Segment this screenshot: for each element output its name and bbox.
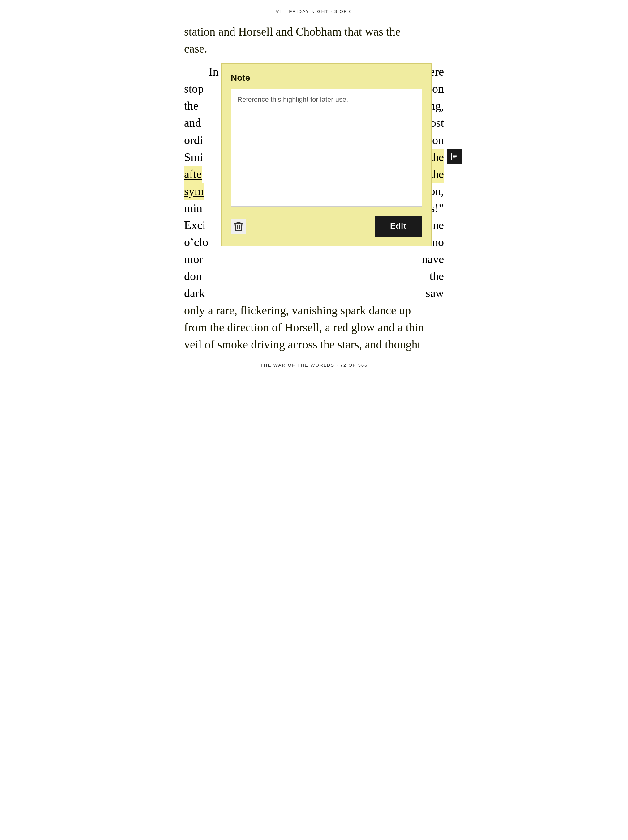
row-12-left: don <box>184 268 202 285</box>
row-13-right: saw <box>426 285 444 302</box>
note-modal: Note Reference this highlight for later … <box>221 63 432 246</box>
note-content-text: Reference this highlight for later use. <box>237 96 348 103</box>
bottom-line-3: veil of smoke driving across the stars, … <box>184 336 444 353</box>
note-list-icon <box>451 152 459 161</box>
row-2-left: the <box>184 97 198 114</box>
bottom-line-2: from the direction of Horsell, a red glo… <box>184 319 444 336</box>
page-footer: The War of the Worlds · 72 of 366 <box>166 356 462 377</box>
body-text-block: In vere stop g on the ing, and nost ordi… <box>166 63 462 302</box>
row-0-left: In <box>184 63 219 81</box>
text-row-11: mor nave <box>184 251 444 268</box>
note-content-box: Reference this highlight for later use. <box>231 89 422 207</box>
row-5-left: Smi <box>184 149 203 166</box>
row-6-left: afte <box>184 166 202 183</box>
header-text: VIII. Friday Night · 3 of 6 <box>276 9 352 14</box>
top-line-2: case. <box>184 40 444 57</box>
top-line-1: station and Horsell and Chobham that was… <box>184 23 444 40</box>
row-6-right: the <box>430 166 444 183</box>
row-11-right: nave <box>422 251 444 268</box>
row-10-left: o’clo <box>184 234 208 251</box>
footer-text: The War of the Worlds · 72 of 366 <box>261 362 368 368</box>
edit-button[interactable]: Edit <box>375 216 422 237</box>
row-7-left: sym <box>184 183 204 200</box>
text-row-13: dark saw <box>184 285 444 302</box>
note-actions-bar: Edit <box>231 216 422 237</box>
bottom-line-1: only a rare, flickering, vanishing spark… <box>184 302 444 319</box>
row-3-left: and <box>184 114 201 131</box>
row-10-right: no <box>432 234 444 251</box>
page-header: VIII. Friday Night · 3 of 6 <box>166 0 462 20</box>
row-9-left: Exci <box>184 217 206 234</box>
row-8-left: min <box>184 200 202 217</box>
bottom-book-text: only a rare, flickering, vanishing spark… <box>166 302 462 356</box>
delete-button[interactable] <box>231 219 246 234</box>
note-sidebar-icon[interactable] <box>447 149 462 164</box>
top-book-text: station and Horsell and Chobham that was… <box>166 20 462 63</box>
overlay-area: In vere stop g on the ing, and nost ordi… <box>184 63 444 302</box>
row-12-right: the <box>430 268 444 285</box>
row-5-right: the <box>430 149 444 166</box>
row-4-left: ordi <box>184 132 203 149</box>
row-13-left: dark <box>184 285 205 302</box>
text-row-12: don the <box>184 268 444 285</box>
row-11-left: mor <box>184 251 203 268</box>
note-title: Note <box>231 73 422 83</box>
trash-icon <box>233 220 244 232</box>
row-1-left: stop <box>184 81 204 97</box>
